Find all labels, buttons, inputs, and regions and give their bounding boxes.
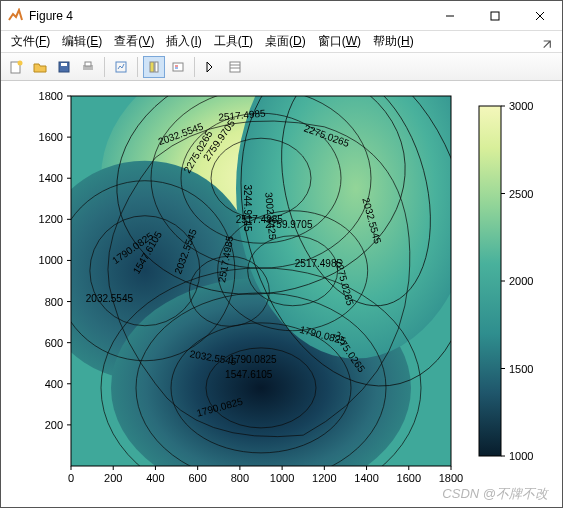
svg-text:1600: 1600 xyxy=(39,131,63,143)
titlebar[interactable]: Figure 4 xyxy=(1,1,562,31)
maximize-button[interactable] xyxy=(472,1,517,30)
svg-text:1400: 1400 xyxy=(354,472,378,484)
menu-edit[interactable]: 编辑(E) xyxy=(56,31,108,52)
menu-insert[interactable]: 插入(I) xyxy=(160,31,207,52)
svg-text:600: 600 xyxy=(45,337,63,349)
contour-plot: 2032.55452517.49852275.02652275.02652759… xyxy=(1,81,562,505)
svg-text:3000: 3000 xyxy=(509,100,533,112)
svg-text:0: 0 xyxy=(68,472,74,484)
svg-rect-1 xyxy=(491,12,499,20)
svg-text:1000: 1000 xyxy=(39,254,63,266)
svg-text:1600: 1600 xyxy=(397,472,421,484)
svg-rect-9 xyxy=(85,62,91,66)
svg-text:200: 200 xyxy=(45,419,63,431)
svg-text:1500: 1500 xyxy=(509,363,533,375)
svg-text:2759.9705: 2759.9705 xyxy=(265,219,313,230)
svg-text:1200: 1200 xyxy=(39,213,63,225)
svg-point-5 xyxy=(18,60,23,65)
svg-rect-13 xyxy=(173,63,183,71)
figure-window: Figure 4 文件(F) 编辑(E) 查看(V) 插入(I) 工具(T) 桌… xyxy=(0,0,563,508)
svg-text:2517.4985: 2517.4985 xyxy=(295,258,343,269)
svg-text:1547.6105: 1547.6105 xyxy=(225,369,273,380)
svg-rect-12 xyxy=(155,62,158,72)
plot-area[interactable]: 2032.55452517.49852275.02652275.02652759… xyxy=(1,81,562,507)
open-button[interactable] xyxy=(29,56,51,78)
dock-arrow-icon[interactable] xyxy=(540,35,554,49)
link-plot-button[interactable] xyxy=(110,56,132,78)
menu-desktop[interactable]: 桌面(D) xyxy=(259,31,312,52)
svg-rect-104 xyxy=(479,106,501,456)
menubar: 文件(F) 编辑(E) 查看(V) 插入(I) 工具(T) 桌面(D) 窗口(W… xyxy=(1,31,562,53)
svg-text:800: 800 xyxy=(45,296,63,308)
svg-text:2500: 2500 xyxy=(509,188,533,200)
svg-text:800: 800 xyxy=(231,472,249,484)
svg-text:2032.5545: 2032.5545 xyxy=(86,293,134,304)
close-button[interactable] xyxy=(517,1,562,30)
svg-text:1800: 1800 xyxy=(439,472,463,484)
open-property-button[interactable] xyxy=(224,56,246,78)
svg-text:1000: 1000 xyxy=(270,472,294,484)
matlab-logo-icon xyxy=(7,8,23,24)
svg-text:1800: 1800 xyxy=(39,90,63,102)
save-button[interactable] xyxy=(53,56,75,78)
svg-text:1790.0825: 1790.0825 xyxy=(229,354,277,365)
svg-rect-11 xyxy=(150,62,154,72)
svg-rect-16 xyxy=(230,62,240,72)
menu-help[interactable]: 帮助(H) xyxy=(367,31,420,52)
svg-text:1000: 1000 xyxy=(509,450,533,462)
watermark: CSDN @不牌不改 xyxy=(442,485,548,503)
toolbar xyxy=(1,53,562,81)
print-button[interactable] xyxy=(77,56,99,78)
svg-text:1200: 1200 xyxy=(312,472,336,484)
menu-tools[interactable]: 工具(T) xyxy=(208,31,259,52)
svg-text:600: 600 xyxy=(188,472,206,484)
menu-file[interactable]: 文件(F) xyxy=(5,31,56,52)
window-controls xyxy=(427,1,562,30)
menu-window[interactable]: 窗口(W) xyxy=(312,31,367,52)
edit-plot-button[interactable] xyxy=(200,56,222,78)
svg-text:1400: 1400 xyxy=(39,172,63,184)
window-title: Figure 4 xyxy=(29,9,427,23)
new-figure-button[interactable] xyxy=(5,56,27,78)
minimize-button[interactable] xyxy=(427,1,472,30)
insert-legend-button[interactable] xyxy=(167,56,189,78)
svg-text:400: 400 xyxy=(146,472,164,484)
menu-view[interactable]: 查看(V) xyxy=(108,31,160,52)
svg-text:200: 200 xyxy=(104,472,122,484)
insert-colorbar-button[interactable] xyxy=(143,56,165,78)
svg-text:2000: 2000 xyxy=(509,275,533,287)
svg-text:400: 400 xyxy=(45,378,63,390)
svg-rect-7 xyxy=(61,63,67,66)
